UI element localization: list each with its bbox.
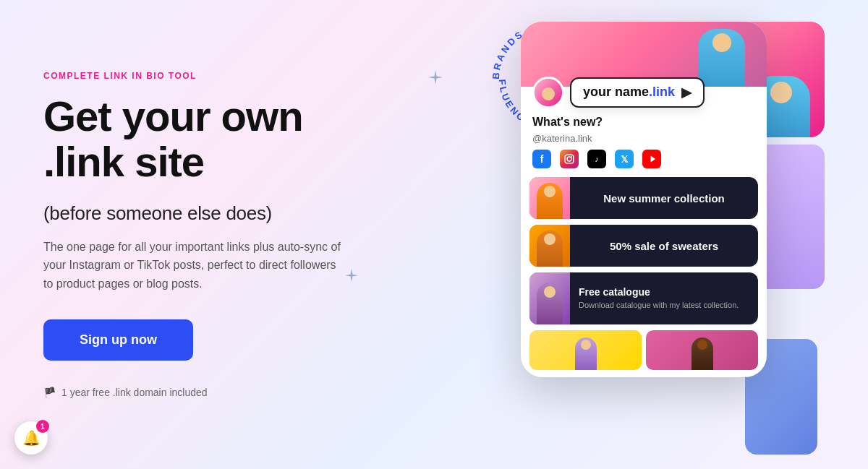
link-catalogue-content: Free catalogue Download catalogue with m… [570,286,758,310]
instagram-icon[interactable] [560,150,579,168]
signup-button[interactable]: Sign up now [43,319,193,361]
page-wrapper: COMPLETE LINK IN BIO TOOL Get your own .… [0,0,868,469]
phone-mockup: your name.link ▶ What's new? @katerina.l… [521,22,767,377]
notification-badge: 1 [36,420,49,433]
right-section: BRANDS CREAT FLUENCERS [463,0,825,469]
profile-avatar [532,77,564,108]
link-thumb-catalogue [529,272,570,324]
link-thumb-sweaters [529,225,570,267]
link-item-catalogue[interactable]: Free catalogue Download catalogue with m… [529,272,758,324]
whats-new-label: What's new? [521,108,767,133]
link-label-sweaters: 50% sale of sweaters [570,240,758,252]
svg-point-3 [567,157,571,161]
twitter-icon[interactable]: 𝕏 [615,150,634,168]
facebook-icon[interactable]: f [532,150,551,168]
link-item-summer[interactable]: New summer collection [529,177,758,219]
svg-marker-5 [651,156,656,163]
flag-icon: 🏴 [43,387,56,398]
profile-handle: @katerina.link [521,133,767,150]
description: The one page for all your important link… [43,238,347,293]
domain-suffix: .link [649,85,675,99]
sparkle-decoration-1 [427,69,444,90]
domain-pill: your name.link ▶ [570,77,705,108]
left-section: COMPLETE LINK IN BIO TOOL Get your own .… [43,71,463,397]
subheadline: (before someone else does) [43,202,434,225]
headline-line2: .link site [43,138,204,185]
link-item-sweaters[interactable]: 50% sale of sweaters [529,225,758,267]
photo-thumb-pink [646,330,758,370]
photo-row [529,330,758,370]
link-label-summer: New summer collection [570,192,758,205]
headline: Get your own .link site [43,94,434,184]
svg-rect-2 [565,155,574,163]
tagline: COMPLETE LINK IN BIO TOOL [43,71,434,81]
link-catalogue-desc: Download catalogue with my latest collec… [579,300,749,310]
youtube-icon[interactable] [642,150,661,168]
svg-point-4 [571,156,572,158]
domain-note: 🏴 1 year free .link domain included [43,387,434,398]
sparkle-decoration-2 [344,267,359,288]
tiktok-icon[interactable]: ♪ [587,150,606,168]
profile-section: your name.link ▶ [521,72,767,108]
headline-line1: Get your own [43,92,303,139]
link-catalogue-title: Free catalogue [579,286,749,298]
link-thumb-summer [529,177,570,219]
notification-bell[interactable]: 🔔 1 [14,421,48,455]
cursor-icon: ▶ [681,85,692,100]
photo-thumb-yellow [529,330,642,370]
bell-icon: 🔔 [22,429,41,447]
domain-name: your name [583,85,649,99]
social-icons-row: f ♪ 𝕏 [521,150,767,177]
domain-note-text: 1 year free .link domain included [61,387,208,398]
